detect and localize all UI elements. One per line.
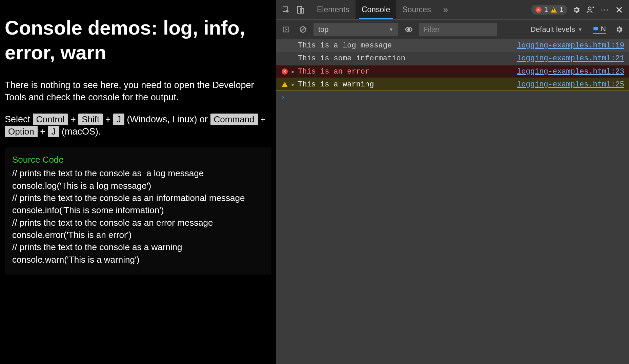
- account-icon[interactable]: [584, 3, 598, 17]
- source-link[interactable]: logging-examples.html:23: [517, 67, 624, 76]
- keyboard-instructions: Select Control + Shift + J (Windows, Lin…: [5, 113, 271, 138]
- kbd-control: Control: [33, 114, 68, 125]
- more-tabs-icon[interactable]: »: [437, 0, 454, 19]
- text: +: [70, 114, 78, 124]
- svg-point-3: [588, 7, 591, 10]
- source-line: console.error('This is an error'): [12, 229, 264, 241]
- svg-rect-1: [298, 6, 302, 13]
- info-message: This is some information: [297, 54, 517, 63]
- source-link[interactable]: logging-examples.html:19: [517, 41, 624, 50]
- console-row-error[interactable]: × ▶ This is an error logging-examples.ht…: [276, 65, 629, 78]
- console-prompt[interactable]: ›: [276, 91, 629, 103]
- warning-count: 1: [560, 6, 563, 14]
- issues-icon: [593, 26, 599, 32]
- warn-message: This is a warning: [297, 80, 517, 89]
- more-options-icon[interactable]: ⋯: [598, 3, 612, 17]
- source-line: console.info('This is some information'): [12, 204, 264, 216]
- warning-icon: [280, 82, 290, 87]
- source-line: // prints the text to the console as a w…: [12, 241, 264, 253]
- issues-button[interactable]: N: [593, 25, 606, 34]
- kbd-j: J: [113, 114, 124, 125]
- tab-elements[interactable]: Elements: [311, 0, 356, 19]
- clear-console-icon[interactable]: [297, 23, 309, 36]
- expand-arrow-icon[interactable]: ▶: [290, 82, 297, 87]
- text: +: [105, 114, 113, 124]
- source-line: // prints the text to the console as an …: [12, 217, 264, 229]
- settings-icon[interactable]: [569, 3, 584, 17]
- kbd-shift: Shift: [78, 114, 103, 125]
- devtools-tabs: Elements Console Sources »: [311, 0, 454, 19]
- svg-rect-5: [283, 27, 289, 32]
- console-settings-icon[interactable]: [613, 23, 626, 36]
- devtools-panel: Elements Console Sources » × 1 1 ⋯: [276, 0, 629, 364]
- page-intro: There is nothing to see here, you need t…: [5, 79, 271, 104]
- kbd-command: Command: [210, 114, 258, 125]
- filter-input[interactable]: [419, 23, 497, 36]
- context-value: top: [318, 25, 329, 34]
- source-link[interactable]: logging-examples.html:21: [517, 54, 624, 63]
- devtools-tabbar: Elements Console Sources » × 1 1 ⋯: [276, 0, 629, 20]
- text: +: [260, 114, 266, 124]
- chevron-down-icon: ▼: [578, 27, 583, 32]
- svg-point-9: [407, 28, 410, 31]
- expand-arrow-icon[interactable]: ▶: [290, 69, 297, 75]
- device-toolbar-icon[interactable]: [293, 3, 307, 17]
- close-devtools-icon[interactable]: [612, 3, 626, 17]
- console-output: This is a log message logging-examples.h…: [276, 39, 629, 103]
- console-row-info[interactable]: This is some information logging-example…: [276, 52, 629, 65]
- tab-console[interactable]: Console: [356, 0, 396, 19]
- page-title: Console demos: log, info, error, warn: [5, 16, 271, 65]
- kbd-j-mac: J: [48, 126, 59, 137]
- text: (macOS).: [62, 126, 101, 137]
- text: +: [40, 126, 48, 137]
- console-toolbar: top ▼ Default levels ▼ N: [276, 20, 629, 39]
- error-count: 1: [544, 6, 548, 14]
- source-code-box: Source Code // prints the text to the co…: [5, 147, 271, 275]
- error-icon: ×: [280, 68, 290, 75]
- svg-line-8: [301, 27, 305, 31]
- inspect-element-icon[interactable]: [279, 3, 293, 17]
- chevron-down-icon: ▼: [389, 27, 393, 32]
- source-line: console.warn('This is a warning'): [12, 254, 264, 266]
- source-line: // prints the text to the console as a l…: [12, 167, 264, 179]
- console-row-log[interactable]: This is a log message logging-examples.h…: [276, 39, 629, 52]
- console-row-warn[interactable]: ▶ This is a warning logging-examples.htm…: [276, 78, 629, 91]
- kbd-option: Option: [5, 126, 38, 137]
- log-levels-selector[interactable]: Default levels ▼: [530, 25, 583, 34]
- text: (Windows, Linux) or: [127, 114, 210, 124]
- text: Select: [5, 114, 33, 124]
- source-line: // prints the text to the console as an …: [12, 192, 264, 204]
- svg-point-4: [592, 6, 594, 8]
- tab-sources[interactable]: Sources: [396, 0, 437, 19]
- live-expression-icon[interactable]: [402, 23, 415, 36]
- source-line: console.log('This is a log message'): [12, 180, 264, 192]
- error-warning-counter[interactable]: × 1 1: [531, 5, 567, 15]
- context-selector[interactable]: top ▼: [313, 23, 398, 36]
- issues-label: N: [601, 25, 606, 33]
- prompt-caret-icon: ›: [281, 93, 285, 101]
- error-icon: ×: [535, 7, 542, 13]
- levels-label: Default levels: [530, 25, 575, 34]
- log-message: This is a log message: [297, 41, 517, 50]
- source-code-heading: Source Code: [12, 154, 264, 166]
- error-message: This is an error: [297, 67, 517, 76]
- source-link[interactable]: logging-examples.html:25: [517, 80, 624, 89]
- toggle-sidebar-icon[interactable]: [280, 23, 292, 36]
- demo-page: Console demos: log, info, error, warn Th…: [0, 0, 276, 364]
- warning-icon: [551, 7, 557, 13]
